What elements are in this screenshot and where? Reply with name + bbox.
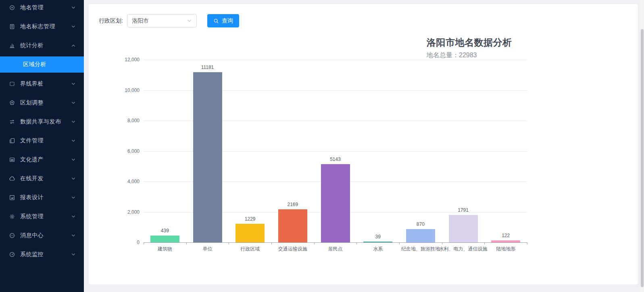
cloud-icon — [9, 175, 15, 182]
chevron-down-icon — [71, 233, 76, 238]
sidebar-item-label: 统计分析 — [20, 42, 44, 49]
bar-value-label: 122 — [502, 233, 510, 238]
x-axis-category-label: 居民点 — [328, 246, 343, 252]
district-icon — [9, 100, 15, 106]
bar-水利、电力、通信设施[interactable] — [449, 215, 478, 242]
sidebar-item[interactable]: 界线界桩 — [0, 74, 84, 93]
page-scrollbar-track[interactable] — [640, 0, 644, 292]
gear-icon — [9, 213, 15, 220]
search-icon — [213, 18, 219, 24]
y-axis-tick-label: 0 — [111, 240, 140, 245]
x-axis-tick — [527, 242, 527, 244]
chevron-down-icon — [71, 252, 76, 257]
x-axis-tick — [229, 242, 229, 244]
sidebar-item-label: 在线开发 — [20, 175, 44, 182]
sidebar-item[interactable]: 文件管理 — [0, 131, 84, 150]
x-axis-category-label: 交通运输设施 — [278, 246, 307, 252]
sidebar-item-label: 数据共享与发布 — [20, 118, 61, 125]
bar-value-label: 2169 — [287, 202, 298, 207]
x-axis-tick — [484, 242, 485, 244]
sidebar-item-label: 区划调整 — [20, 99, 44, 106]
sidebar-item[interactable]: 文化遗产 — [0, 150, 84, 169]
chevron-down-icon — [71, 195, 76, 200]
stats-icon — [9, 42, 15, 49]
sidebar-item[interactable]: 地名管理 — [0, 0, 84, 17]
file-icon — [9, 138, 15, 144]
x-axis-line — [144, 242, 527, 243]
region-select[interactable]: 洛阳市 — [127, 14, 197, 27]
x-axis-category-label: 单位 — [203, 246, 213, 252]
bar-value-label: 5143 — [330, 156, 341, 162]
sidebar-item-label: 系统管理 — [20, 213, 44, 220]
chevron-down-icon — [71, 5, 76, 10]
y-axis-tick-label: 12,000 — [111, 57, 140, 63]
sidebar-item[interactable]: 在线开发 — [0, 169, 84, 188]
bar-value-label: 39 — [375, 234, 380, 240]
sidebar-item[interactable]: 系统监控 — [0, 245, 84, 264]
query-button[interactable]: 查询 — [207, 14, 239, 27]
sidebar-subitem[interactable]: 区域分析 — [0, 56, 84, 73]
sidebar-item[interactable]: 统计分析 — [0, 36, 84, 55]
x-axis-tick — [399, 242, 400, 244]
sidebar-item-label: 文件管理 — [20, 137, 44, 144]
chevron-down-icon — [71, 119, 76, 124]
sidebar-item-label: 系统监控 — [20, 251, 44, 258]
sidebar-item-label: 地名管理 — [20, 4, 44, 11]
sidebar-item[interactable]: 报表设计 — [0, 188, 84, 207]
bar-建筑物[interactable] — [150, 236, 179, 242]
sidebar-item-label: 消息中心 — [20, 232, 44, 239]
bar-陆地地形[interactable] — [491, 240, 520, 242]
share-icon — [9, 119, 15, 125]
bar-居民点[interactable] — [321, 164, 350, 242]
chart-area: 02,0004,0006,0008,00010,00012,000439建筑物1… — [144, 60, 527, 242]
chevron-down-icon — [71, 138, 76, 143]
bar-纪念地、旅游胜地[interactable] — [406, 229, 435, 242]
bar-value-label: 439 — [161, 228, 169, 234]
x-axis-category-label: 陆地地形 — [496, 246, 515, 252]
x-axis-tick — [314, 242, 315, 244]
monitor-icon — [9, 251, 15, 258]
location-icon — [9, 4, 15, 11]
chevron-up-icon — [71, 43, 76, 48]
sidebar-item[interactable]: 数据共享与发布 — [0, 112, 84, 131]
bar-value-label: 11181 — [201, 65, 214, 70]
y-axis-tick-label: 2,000 — [111, 209, 140, 215]
chart-title: 洛阳市地名数据分析 — [427, 36, 531, 49]
message-icon — [9, 232, 15, 239]
x-axis-tick — [356, 242, 357, 244]
sidebar-item-label: 地名标志管理 — [20, 23, 55, 30]
chevron-down-icon — [71, 24, 76, 29]
sidebar-subitem-label: 区域分析 — [23, 61, 46, 68]
x-axis-category-label: 水利、电力、通信设施 — [439, 246, 488, 252]
bar-水系[interactable] — [363, 242, 392, 242]
heritage-icon — [9, 156, 15, 163]
sidebar-item[interactable]: 消息中心 — [0, 226, 84, 245]
sidebar-item[interactable]: 地名标志管理 — [0, 17, 84, 36]
x-axis-category-label: 纪念地、旅游胜地 — [401, 246, 440, 252]
bar-行政区域[interactable] — [236, 224, 265, 242]
sidebar-item[interactable]: 区划调整 — [0, 93, 84, 112]
bar-value-label: 1229 — [245, 216, 256, 222]
y-axis-tick-label: 8,000 — [111, 118, 140, 123]
x-axis-tick — [144, 242, 144, 244]
query-button-label: 查询 — [222, 17, 233, 25]
page-scrollbar-thumb[interactable] — [641, 29, 644, 287]
x-axis-category-label: 水系 — [373, 246, 383, 252]
gridline — [144, 60, 527, 60]
y-axis-tick-label: 6,000 — [111, 148, 140, 154]
bar-交通运输设施[interactable] — [278, 209, 307, 242]
region-filter-label: 行政区划: — [99, 17, 123, 25]
bar-单位[interactable] — [193, 72, 222, 242]
chevron-down-icon — [71, 157, 76, 162]
sidebar-item[interactable]: 系统管理 — [0, 207, 84, 226]
report-icon — [9, 194, 15, 201]
region-select-value: 洛阳市 — [132, 17, 187, 25]
boundary-icon — [9, 81, 15, 87]
chevron-down-icon — [71, 81, 76, 86]
sidebar-item-label: 报表设计 — [20, 194, 44, 201]
y-axis-tick-label: 10,000 — [111, 88, 140, 93]
x-axis-tick — [186, 242, 187, 244]
x-axis-tick — [271, 242, 272, 244]
bar-value-label: 1791 — [458, 207, 469, 213]
chevron-down-icon — [71, 176, 76, 181]
